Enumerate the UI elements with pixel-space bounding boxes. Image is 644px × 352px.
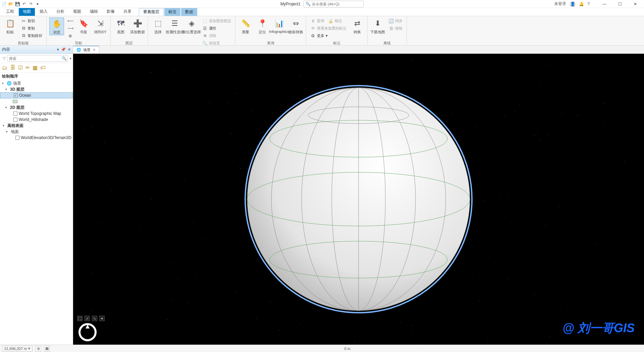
qat-redo-icon[interactable]: ↷	[28, 1, 34, 7]
login-status[interactable]: 未登录	[554, 1, 566, 7]
map-canvas[interactable]: ⛶ ⤢ ⤡ ✦ @ 刘一哥GIS	[73, 54, 644, 345]
list-by-labeling-icon[interactable]: 🏷	[40, 65, 46, 71]
maximize-button[interactable]: ☐	[612, 0, 627, 8]
infographics-button[interactable]: 📊Infographics	[272, 17, 286, 34]
ocean-swatch	[0, 98, 73, 104]
attr-select-button[interactable]: ☰按属性选择	[167, 17, 182, 35]
qat-undo-icon[interactable]: ↶	[21, 1, 27, 7]
bookmark-button[interactable]: 🔖 书签	[76, 17, 91, 35]
tab-insert[interactable]: 插入	[36, 8, 52, 16]
nav-full-button[interactable]: ⊕	[66, 32, 74, 39]
tree-ocean[interactable]: ✓Ocean	[0, 92, 73, 98]
pane-pin-icon[interactable]: 📌	[61, 47, 66, 52]
select-button[interactable]: ⬚选择	[151, 17, 165, 35]
pane-dropdown-icon[interactable]: ▾	[57, 47, 59, 52]
downloadmap-button[interactable]: ⬇下载地图	[370, 17, 385, 35]
tree-elevation[interactable]: ▾高程表面	[0, 123, 73, 129]
tab-share[interactable]: 共享	[119, 8, 136, 16]
hand-icon: ✋	[51, 18, 62, 29]
filter-icon[interactable]: ▽	[1, 56, 7, 61]
whill-checkbox[interactable]	[13, 118, 17, 122]
ctx-tab-data[interactable]: 数据	[181, 8, 197, 16]
tree-2d-layers[interactable]: ▾2D 图层	[0, 104, 73, 111]
ctx-tab-annotation[interactable]: 标注	[164, 8, 180, 16]
list-by-selection-icon[interactable]: ☑	[18, 64, 23, 71]
loc-select-button[interactable]: ◈按位置选择	[184, 17, 199, 35]
measure-button[interactable]: 📏测量	[238, 17, 253, 35]
adddata-button[interactable]: ➕ 添加数据	[130, 17, 145, 35]
list-by-editing-icon[interactable]: ✏	[25, 64, 30, 71]
user-icon[interactable]: 👤	[570, 1, 576, 7]
search-submit-icon[interactable]: 🔍	[62, 56, 67, 61]
qat-new-icon[interactable]: 📄	[1, 1, 7, 7]
tree-wtopo[interactable]: World Topographic Map	[0, 111, 73, 117]
nav-zoom-in-button[interactable]: ⤢	[85, 316, 90, 321]
more-button[interactable]: ⚙更多▾	[309, 32, 348, 39]
list-by-snapping-icon[interactable]: ▦	[33, 64, 38, 71]
pane-close-icon[interactable]: ✕	[68, 47, 71, 52]
measure-icon: 📏	[240, 18, 251, 29]
tree-whill[interactable]: World_Hillshade	[0, 117, 73, 123]
cut-button[interactable]: ✂剪切	[19, 17, 44, 24]
copypath-button[interactable]: ⧉复制路径	[19, 32, 44, 39]
nav-mode-button[interactable]: ✦	[99, 316, 105, 321]
convert-button[interactable]: ⇄转换	[350, 17, 365, 35]
ocean-checkbox[interactable]: ✓	[14, 93, 18, 97]
status-pause-button[interactable]: ⏸	[35, 346, 41, 352]
adddata-icon: ➕	[132, 18, 143, 29]
chevron-down-icon: ▾	[28, 346, 30, 351]
tab-view[interactable]: 视图	[69, 8, 85, 16]
tree-terrain[interactable]: WorldElevation3D/Terrain3D	[0, 135, 73, 141]
coordconv-button[interactable]: ⇔坐标转换	[288, 17, 303, 35]
ctx-tab-featurelayer[interactable]: 要素图层	[139, 8, 164, 16]
qat-open-icon[interactable]: 📂	[8, 1, 13, 7]
contents-title: 内容	[2, 47, 10, 52]
locate-button[interactable]: 📍定位	[255, 17, 270, 35]
tab-project[interactable]: 工程	[2, 8, 18, 16]
scale-display[interactable]: 21,896,207 m▾	[2, 346, 33, 352]
compass-icon[interactable]	[78, 323, 97, 341]
nav-full-extent-button[interactable]: ⛶	[77, 316, 83, 321]
browse-button[interactable]: ✋ 浏览	[49, 17, 64, 35]
notification-icon[interactable]: 🔔	[579, 2, 584, 6]
qat-save-icon[interactable]: 💾	[15, 1, 20, 7]
nav-prev-button[interactable]: ⟵	[66, 17, 74, 24]
tree-ground[interactable]: ▾地面	[0, 129, 73, 135]
paste-button[interactable]: 📋 粘贴	[3, 17, 17, 35]
tab-edit[interactable]: 编辑	[86, 8, 102, 16]
status-grid-button[interactable]: ▦	[44, 346, 50, 352]
tab-analysis[interactable]: 分析	[52, 8, 68, 16]
remove-icon: 🗑	[388, 26, 394, 31]
scene-icon: 🌐	[76, 48, 81, 52]
command-search[interactable]: 🔍	[303, 1, 364, 7]
list-by-source-icon[interactable]: 🗄	[10, 65, 15, 71]
contents-search-input[interactable]	[7, 55, 68, 62]
gotoxy-button[interactable]: ⇲ 转到XY	[93, 17, 108, 35]
convert-icon: ⇄	[352, 18, 363, 29]
group-offline-label: 离线	[370, 41, 404, 45]
tree-scene[interactable]: ▾🌐场景	[0, 80, 73, 86]
help-icon[interactable]: ?	[587, 2, 590, 6]
view-tab-close-icon[interactable]: ✕	[93, 48, 96, 52]
copy-button[interactable]: ⧉复制	[19, 25, 44, 32]
terrain-checkbox[interactable]	[15, 136, 19, 140]
command-search-input[interactable]	[312, 2, 361, 6]
coord-icon: ⇔	[290, 18, 301, 29]
group-query-label: 查询	[238, 41, 303, 45]
close-button[interactable]: ✕	[628, 0, 643, 8]
list-by-drawing-icon[interactable]: 🗂	[2, 65, 7, 71]
minimize-button[interactable]: —	[597, 0, 612, 8]
nav-zoom-out-button[interactable]: ⤡	[92, 316, 97, 321]
group-clipboard-label: 剪贴板	[3, 41, 44, 45]
attributes-button[interactable]: ☰属性	[201, 25, 232, 32]
paste-icon: 📋	[5, 18, 15, 29]
tree-3d-layers[interactable]: ▾3D 图层	[0, 86, 73, 92]
wtopo-checkbox[interactable]	[13, 112, 17, 116]
search-dropdown-icon[interactable]: ▾	[69, 56, 71, 61]
tab-imagery[interactable]: 影像	[103, 8, 119, 16]
basemap-button[interactable]: 🗺 底图	[113, 17, 128, 35]
view-tab-scene[interactable]: 🌐 场景 ✕	[73, 46, 99, 53]
tab-map[interactable]: 地图	[19, 8, 35, 16]
nav-next-button[interactable]: ⟶	[66, 25, 74, 32]
qat-dropdown-icon[interactable]: ▾	[35, 1, 40, 7]
